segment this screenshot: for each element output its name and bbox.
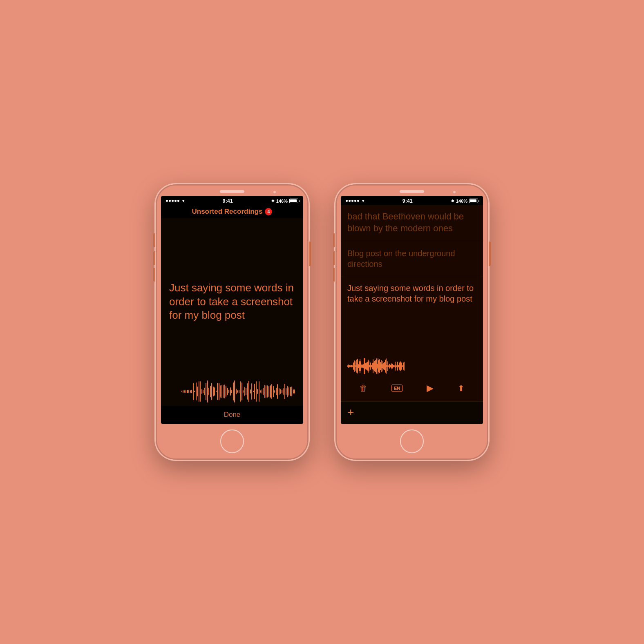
signal-dot — [169, 200, 171, 202]
battery-fill-right — [470, 199, 476, 202]
speaker-left — [220, 190, 244, 193]
list-item-1-text: bad that Beethoven would be blown by the… — [347, 211, 476, 234]
done-bar: Done — [161, 406, 303, 424]
home-button-area-right — [335, 424, 488, 460]
share-button[interactable]: ⬆ — [458, 383, 465, 393]
phone-left: ▾ 9:41 ✱ 146% Unsorted Recordings 4 — [154, 183, 310, 461]
home-button-left[interactable] — [220, 429, 244, 453]
status-left-right: ▾ — [346, 199, 364, 203]
signal-dots-right — [346, 200, 359, 202]
list-item-3-text: Just saying some words in order to take … — [347, 283, 476, 353]
bluetooth-icon-right: ✱ — [451, 199, 454, 203]
waveform-left — [169, 377, 295, 406]
battery-percent-left: 146% — [276, 199, 288, 203]
screen-right: ▾ 9:41 ✱ 146% bad that Beethoven — [341, 196, 483, 424]
phone-left-top — [156, 184, 309, 196]
status-time-left: 9:41 — [223, 198, 233, 204]
status-right-left: ✱ 146% — [271, 199, 298, 203]
delete-button[interactable]: 🗑 — [359, 384, 367, 393]
status-left-left: ▾ — [166, 199, 184, 203]
battery-fill — [290, 199, 297, 202]
language-button[interactable]: EN — [391, 385, 402, 392]
signal-dots-left — [166, 200, 179, 202]
status-bar-right: ▾ 9:41 ✱ 146% — [341, 196, 483, 205]
front-camera-dot-right — [453, 191, 456, 193]
home-button-right[interactable] — [400, 429, 424, 453]
play-button[interactable]: ▶ — [427, 383, 434, 394]
home-button-area-left — [156, 424, 309, 460]
status-right-right: ✱ 146% — [451, 199, 478, 203]
battery-outline — [289, 199, 298, 203]
list-screen: bad that Beethoven would be blown by the… — [341, 205, 483, 424]
add-recording-button[interactable]: + — [347, 406, 354, 418]
playback-controls: 🗑 EN ▶ ⬆ — [347, 380, 476, 397]
signal-dot — [172, 200, 174, 202]
unsorted-badge: 4 — [265, 208, 272, 215]
bottom-bar-right: + — [341, 401, 483, 424]
recording-content: Just saying some words in order to take … — [161, 218, 303, 406]
nav-bar-left: Unsorted Recordings 4 — [161, 205, 303, 218]
battery-outline-right — [469, 199, 478, 203]
signal-dot — [346, 200, 348, 202]
waveform-bars — [169, 380, 295, 402]
nav-title-left: Unsorted Recordings — [192, 208, 263, 216]
speaker-right — [400, 190, 424, 193]
phones-container: ▾ 9:41 ✱ 146% Unsorted Recordings 4 — [154, 183, 490, 461]
list-item-3-expanded[interactable]: Just saying some words in order to take … — [341, 277, 483, 401]
signal-dot — [166, 200, 168, 202]
status-bar-left: ▾ 9:41 ✱ 146% — [161, 196, 303, 205]
done-button[interactable]: Done — [224, 411, 241, 419]
battery-icon-right — [469, 199, 478, 203]
front-camera-dot — [273, 191, 276, 193]
recording-text: Just saying some words in order to take … — [169, 226, 295, 377]
waveform-right — [347, 356, 476, 376]
phone-right: ▾ 9:41 ✱ 146% bad that Beethoven — [334, 183, 490, 461]
bluetooth-icon-left: ✱ — [271, 199, 275, 203]
status-time-right: 9:41 — [402, 198, 413, 204]
wifi-icon: ▾ — [182, 199, 184, 203]
list-item-1[interactable]: bad that Beethoven would be blown by the… — [341, 205, 483, 240]
signal-dot — [349, 200, 351, 202]
wifi-icon-right: ▾ — [362, 199, 364, 203]
battery-icon-left — [289, 199, 298, 203]
list-item-2-text: Blog post on the underground directions — [347, 248, 476, 269]
list-item-2[interactable]: Blog post on the underground directions — [341, 240, 483, 277]
signal-dot — [177, 200, 179, 202]
phone-right-top — [335, 184, 488, 196]
signal-dot — [357, 200, 359, 202]
signal-dot — [174, 200, 177, 202]
battery-percent-right: 146% — [456, 199, 467, 203]
signal-dot — [351, 200, 353, 202]
screen-left: ▾ 9:41 ✱ 146% Unsorted Recordings 4 — [161, 196, 303, 424]
signal-dot — [354, 200, 356, 202]
